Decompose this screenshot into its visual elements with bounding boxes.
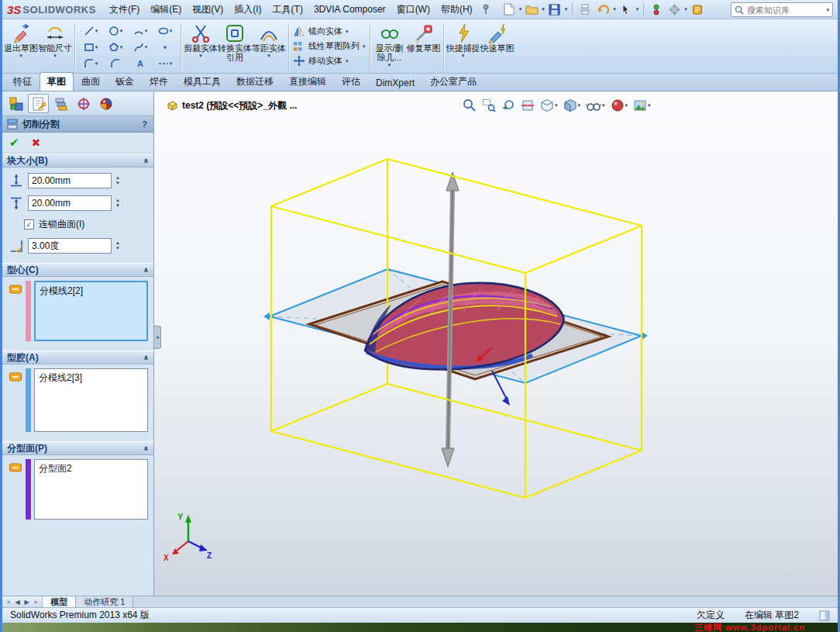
propertymanager-tab[interactable] bbox=[28, 94, 49, 113]
rebuild-icon[interactable] bbox=[649, 2, 664, 17]
prev-tab-icon[interactable]: ◀ bbox=[13, 597, 21, 607]
fillet-icon[interactable]: ▾ bbox=[78, 55, 103, 71]
block-depth1-field[interactable] bbox=[28, 173, 112, 188]
cavity-selection-item[interactable]: 分模线2[3] bbox=[39, 371, 143, 385]
last-tab-icon[interactable]: » bbox=[33, 597, 39, 607]
cancel-button[interactable]: ✖ bbox=[32, 136, 41, 149]
rectangle-icon[interactable]: ▾ bbox=[78, 39, 103, 55]
move-entities-button[interactable]: 移动实体 ▾ bbox=[293, 55, 366, 67]
polygon-icon[interactable]: ▾ bbox=[103, 39, 128, 55]
tab-direct-editing[interactable]: 直接编辑 bbox=[281, 72, 334, 91]
help-button[interactable]: ? bbox=[139, 119, 150, 129]
menu-file[interactable]: 文件(F) bbox=[104, 0, 145, 19]
hide-show-items-icon[interactable]: ▾ bbox=[584, 97, 607, 114]
configurationmanager-tab[interactable] bbox=[50, 94, 71, 113]
display-style-icon[interactable]: ▾ bbox=[562, 97, 583, 114]
undo-icon[interactable] bbox=[595, 2, 611, 17]
previous-view-icon[interactable] bbox=[500, 97, 517, 114]
tab-evaluate[interactable]: 评估 bbox=[334, 72, 368, 91]
depth2-spinner[interactable]: ▲▼ bbox=[115, 198, 120, 209]
convert-entities-button[interactable]: 转换实体引用 bbox=[218, 21, 252, 73]
apply-scene-icon[interactable]: ▾ bbox=[632, 97, 652, 114]
section-view-icon[interactable] bbox=[519, 97, 536, 114]
cavity-selection-list[interactable]: 分模线2[3] bbox=[34, 368, 148, 432]
smart-dimension-button[interactable]: 智能尺寸 ▾ bbox=[38, 21, 72, 73]
core-selection-item[interactable]: 分模线2[2] bbox=[40, 285, 143, 298]
repair-sketch-button[interactable]: 修复草图 bbox=[407, 21, 441, 73]
arc-icon[interactable]: ▾ bbox=[128, 22, 153, 39]
parting-surface-selection-item[interactable]: 分型面2 bbox=[39, 462, 143, 475]
cavity-section-header[interactable]: 型腔(A) ∧ bbox=[2, 351, 153, 364]
dimxpertmanager-tab[interactable] bbox=[73, 94, 94, 113]
featuremanager-tab[interactable] bbox=[5, 94, 26, 113]
graphics-viewport[interactable]: Y X Z test2 (預設<<預設>_外觀 ... bbox=[154, 92, 838, 596]
tab-sheet-metal[interactable]: 钣金 bbox=[108, 72, 142, 91]
search-input[interactable] bbox=[747, 5, 823, 15]
appearances-tab[interactable] bbox=[95, 94, 116, 113]
tab-data-migration[interactable]: 数据迁移 bbox=[229, 72, 281, 91]
offset-entities-button[interactable]: 等距实体 ▾ bbox=[252, 21, 286, 73]
task-pane-toggle-icon[interactable] bbox=[819, 610, 830, 621]
trim-entities-button[interactable]: 剪裁实体 ▾ bbox=[184, 21, 218, 73]
menu-edit[interactable]: 编辑(E) bbox=[145, 0, 187, 19]
core-section-header[interactable]: 型心(C) ∧ bbox=[2, 263, 153, 277]
line-icon[interactable]: ▾ bbox=[78, 22, 103, 39]
draft-angle-field[interactable] bbox=[28, 238, 112, 254]
menu-insert[interactable]: 插入(I) bbox=[229, 0, 267, 19]
search-box[interactable]: ▾ bbox=[731, 2, 833, 17]
new-document-icon[interactable] bbox=[501, 2, 517, 17]
tab-office-products[interactable]: 办公室产品 bbox=[422, 72, 484, 91]
mirror-entities-button[interactable]: 镜向实体 ▾ bbox=[293, 26, 366, 37]
panel-splitter-handle[interactable]: ◂ bbox=[154, 326, 161, 349]
tab-mold-tools[interactable]: 模具工具 bbox=[176, 72, 229, 91]
ok-button[interactable]: ✔ bbox=[9, 136, 19, 150]
pin-menu-icon[interactable] bbox=[481, 4, 491, 15]
view-orientation-icon[interactable]: ▾ bbox=[539, 97, 559, 114]
text-icon[interactable]: A bbox=[128, 55, 153, 71]
rapid-sketch-button[interactable]: 快速草图 bbox=[480, 21, 515, 73]
first-tab-icon[interactable]: « bbox=[5, 597, 12, 607]
menu-3dvia-composer[interactable]: 3DVIA Composer bbox=[308, 1, 391, 18]
point-icon[interactable] bbox=[153, 39, 177, 55]
spline-icon[interactable]: ▾ bbox=[128, 39, 153, 55]
tab-features[interactable]: 特征 bbox=[5, 72, 40, 91]
select-cursor-icon[interactable] bbox=[618, 2, 634, 17]
draft-angle-spinner[interactable]: ▲▼ bbox=[115, 240, 120, 251]
print-icon[interactable] bbox=[577, 2, 593, 17]
toolbar-separator bbox=[572, 3, 573, 16]
menu-tools[interactable]: 工具(T) bbox=[267, 0, 308, 19]
help-resources-icon[interactable] bbox=[690, 2, 705, 17]
circle-icon[interactable]: ▾ bbox=[103, 22, 128, 39]
menu-window[interactable]: 窗口(W) bbox=[391, 0, 435, 19]
zoom-fit-icon[interactable] bbox=[461, 97, 478, 114]
interlock-surfaces-checkbox[interactable]: ✓ bbox=[24, 219, 34, 230]
motion-study-tab[interactable]: 动作研究 1 bbox=[76, 596, 133, 607]
chamfer-icon[interactable] bbox=[103, 55, 128, 71]
tab-surfaces[interactable]: 曲面 bbox=[74, 72, 108, 91]
core-selection-list[interactable]: 分模线2[2] bbox=[34, 281, 148, 341]
menu-view[interactable]: 视图(V) bbox=[187, 0, 229, 19]
save-icon[interactable] bbox=[547, 2, 563, 17]
3d-scene[interactable]: Y X Z bbox=[154, 92, 838, 596]
block-size-section-header[interactable]: 块大小(B) ∧ bbox=[2, 154, 153, 167]
edit-appearance-icon[interactable]: ▾ bbox=[609, 97, 630, 114]
tab-weldments[interactable]: 焊件 bbox=[142, 72, 176, 91]
zoom-area-icon[interactable] bbox=[480, 97, 497, 114]
open-icon[interactable] bbox=[524, 2, 539, 17]
parting-surface-section-header[interactable]: 分型面(P) ∧ bbox=[2, 441, 153, 455]
next-tab-icon[interactable]: ▶ bbox=[23, 597, 31, 607]
menu-help[interactable]: 帮助(H) bbox=[435, 0, 478, 19]
ellipse-icon[interactable]: ▾ bbox=[153, 22, 177, 39]
linear-sketch-pattern-button[interactable]: 线性草图阵列 ▾ bbox=[293, 40, 366, 52]
depth1-spinner[interactable]: ▲▼ bbox=[115, 175, 120, 186]
options-gear-icon[interactable] bbox=[666, 2, 682, 17]
display-delete-relations-button[interactable]: 显示/删除几... ▾ bbox=[373, 21, 407, 73]
quick-snaps-button[interactable]: 快捷捕捉 ▾ bbox=[446, 21, 480, 73]
exit-sketch-button[interactable]: 退出草图 ▾ bbox=[4, 21, 38, 73]
tab-dimxpert[interactable]: DimXpert bbox=[368, 74, 422, 91]
block-depth2-field[interactable] bbox=[28, 195, 112, 211]
parting-surface-selection-list[interactable]: 分型面2 bbox=[34, 459, 148, 520]
centerline-icon[interactable]: ▾ bbox=[153, 55, 177, 71]
model-tab[interactable]: 模型 bbox=[43, 596, 76, 607]
tab-sketch[interactable]: 草图 bbox=[40, 72, 74, 91]
